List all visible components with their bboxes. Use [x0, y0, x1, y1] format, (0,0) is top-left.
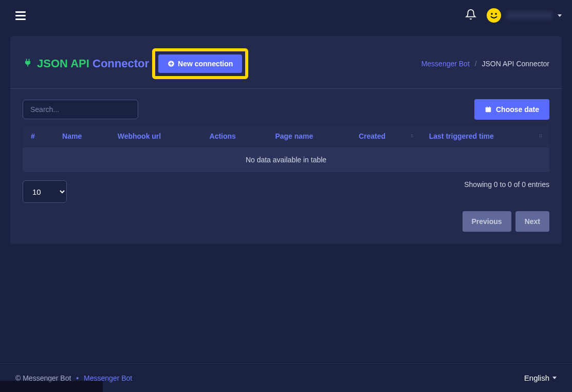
new-connection-button[interactable]: New connection	[158, 54, 242, 73]
sort-icon: ↑↓	[539, 132, 541, 138]
hamburger-icon	[15, 11, 26, 20]
svg-point-1	[491, 13, 493, 15]
highlighted-area: New connection	[152, 48, 248, 79]
sort-icon: ↑↓	[410, 132, 413, 138]
search-input[interactable]	[23, 100, 138, 119]
smiley-icon	[488, 9, 500, 22]
table-wrap: # Name Webhook url Actions Page name Cre…	[10, 125, 562, 172]
previous-button[interactable]: Previous	[463, 211, 511, 232]
page-size-select[interactable]: 10	[23, 180, 67, 203]
next-button[interactable]: Next	[515, 211, 549, 232]
col-name[interactable]: Name	[54, 125, 109, 147]
col-last-triggered[interactable]: Last triggered time↑↓	[421, 125, 549, 147]
page-header: JSON API Connector New connection Messen…	[10, 36, 562, 89]
topbar	[0, 0, 572, 31]
plus-circle-icon	[168, 60, 175, 67]
topbar-left	[15, 11, 26, 20]
breadcrumb-parent-link[interactable]: Messenger Bot	[421, 60, 470, 68]
table-body: No data available in table	[23, 147, 549, 172]
user-menu-button[interactable]	[487, 8, 562, 23]
choose-date-label: Choose date	[496, 105, 539, 114]
chevron-down-icon	[558, 14, 562, 17]
language-label: English	[524, 374, 549, 382]
menu-toggle-button[interactable]	[15, 11, 26, 20]
user-name	[506, 11, 552, 20]
language-dropdown[interactable]: English	[524, 374, 557, 382]
bell-icon	[465, 9, 476, 20]
breadcrumb-separator: /	[475, 60, 477, 68]
table-empty-row: No data available in table	[23, 147, 549, 172]
col-page-name[interactable]: Page name	[267, 125, 350, 147]
calendar-icon	[485, 106, 492, 113]
plug-icon	[23, 58, 33, 70]
notifications-button[interactable]	[465, 9, 476, 22]
page-title-part1: JSON API	[37, 57, 89, 70]
breadcrumb: Messenger Bot / JSON API Connector	[421, 60, 549, 68]
avatar	[487, 8, 501, 23]
new-connection-label: New connection	[178, 60, 233, 68]
col-actions[interactable]: Actions	[201, 125, 267, 147]
chevron-down-icon	[552, 377, 557, 379]
col-webhook-url[interactable]: Webhook url	[109, 125, 201, 147]
topbar-right	[465, 8, 562, 23]
main-card: JSON API Connector New connection Messen…	[10, 36, 562, 244]
table-footer-row: 10 Showing 0 to 0 of 0 entries	[10, 172, 562, 211]
svg-point-2	[495, 13, 497, 15]
page-title: JSON API Connector	[37, 57, 149, 70]
choose-date-button[interactable]: Choose date	[474, 99, 549, 120]
page-title-wrap: JSON API Connector	[23, 57, 149, 70]
entries-info: Showing 0 to 0 of 0 entries	[464, 180, 549, 189]
connections-table: # Name Webhook url Actions Page name Cre…	[23, 125, 549, 172]
col-index[interactable]: #	[23, 125, 54, 147]
breadcrumb-current: JSON API Connector	[482, 60, 549, 68]
svg-point-0	[488, 10, 500, 21]
pagination: Previous Next	[10, 211, 562, 244]
page-title-part2: Connector	[89, 57, 149, 70]
table-empty-message: No data available in table	[23, 147, 549, 172]
controls-row: Choose date	[10, 89, 562, 125]
col-created[interactable]: Created↑↓	[350, 125, 421, 147]
svg-rect-5	[486, 107, 491, 108]
bottom-overlay-strip	[0, 381, 103, 392]
table-header: # Name Webhook url Actions Page name Cre…	[23, 125, 549, 147]
